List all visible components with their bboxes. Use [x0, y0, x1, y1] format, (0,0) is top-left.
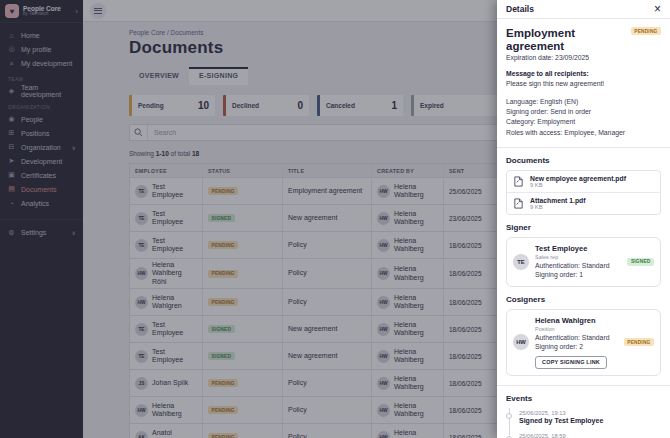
message-label: Message to all recipients: [506, 69, 661, 79]
signer-order: Signing order: 2 [535, 342, 618, 351]
documents-heading: Documents [506, 156, 661, 165]
signer-heading: Signer [506, 223, 661, 232]
signer-role: Sales rep [535, 254, 621, 261]
signer-authentication: Authentication: Standard [535, 261, 621, 270]
meta-line: Roles with access: Employee, Manager [506, 128, 661, 138]
signer-role: Position [535, 326, 618, 333]
avatar: TE [513, 254, 529, 270]
file-size: 9 KB [530, 204, 586, 210]
events-heading: Events [506, 394, 661, 403]
event-item: 25/06/2025, 19:13 Signed by Test Employe… [519, 410, 661, 424]
document-icon [513, 198, 524, 209]
close-icon[interactable]: × [654, 3, 661, 15]
status-badge: PENDING [631, 27, 661, 35]
document-meta: Language: English (EN)Signing order: Sen… [506, 97, 661, 138]
document-icon [513, 176, 524, 187]
meta-line: Category: Employment [506, 117, 661, 127]
signer-order: Signing order: 1 [535, 270, 621, 279]
status-badge: PENDING [624, 338, 654, 346]
document-title: Employment agreement [506, 27, 627, 52]
file-size: 9 KB [530, 182, 626, 188]
details-panel: Details × Employment agreement PENDING E… [497, 0, 670, 438]
cosigners-heading: Cosigners [506, 295, 661, 304]
signer-card: TE Test Employee Sales rep Authenticatio… [506, 237, 661, 287]
status-badge: SIGNED [627, 258, 654, 266]
modal-dim-overlay[interactable] [0, 0, 497, 438]
signer-card: HW Helena Wahlgren Position Authenticati… [506, 309, 661, 376]
avatar: HW [513, 334, 529, 350]
file-item[interactable]: New employee agreement.pdf 9 KB [507, 171, 660, 192]
signer-authentication: Authentication: Standard [535, 333, 618, 342]
events-timeline: 25/06/2025, 19:13 Signed by Test Employe… [506, 410, 661, 438]
file-name: New employee agreement.pdf [530, 175, 626, 182]
event-item: 25/06/2025, 18:59 E-signing request was … [519, 433, 661, 438]
event-label: Signed by Test Employee [519, 417, 661, 424]
file-name: Attachment 1.pdf [530, 197, 586, 204]
signer-name: Test Employee [535, 244, 621, 254]
message-text: Please sign this new agreement! [506, 79, 661, 89]
event-dot-icon [506, 413, 512, 419]
meta-line: Signing order: Send in order [506, 107, 661, 117]
copy-signing-link-button[interactable]: COPY SIGNING LINK [535, 356, 607, 369]
panel-title: Details [506, 4, 534, 14]
event-timestamp: 25/06/2025, 18:59 [519, 433, 661, 438]
expiration-date: Expiration date: 23/09/2025 [506, 54, 661, 61]
meta-line: Language: English (EN) [506, 97, 661, 107]
file-item[interactable]: Attachment 1.pdf 9 KB [507, 192, 660, 214]
signer-name: Helena Wahlgren [535, 316, 618, 326]
event-timestamp: 25/06/2025, 19:13 [519, 410, 661, 416]
